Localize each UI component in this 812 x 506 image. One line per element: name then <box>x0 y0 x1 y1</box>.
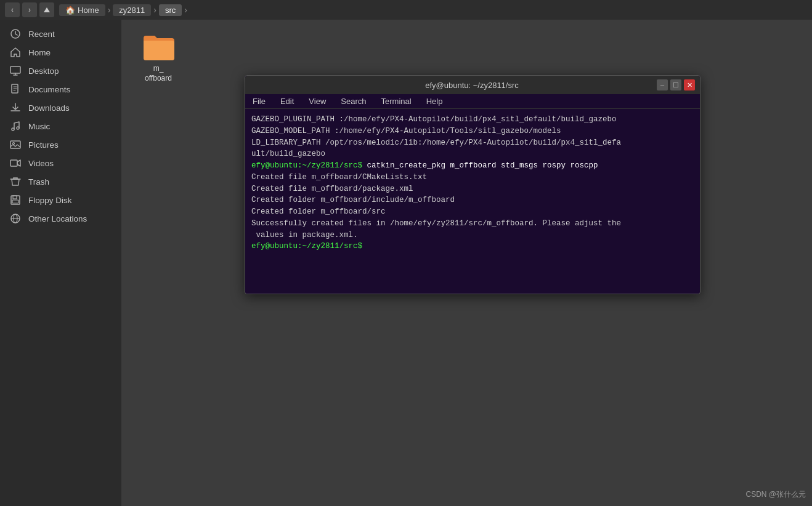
sidebar-label-videos: Videos <box>28 159 54 168</box>
sidebar-label-home: Home <box>28 48 51 57</box>
menu-file[interactable]: File <box>250 95 268 107</box>
menu-terminal[interactable]: Terminal <box>379 95 414 107</box>
desktop-icon <box>10 65 21 76</box>
up-button[interactable] <box>39 2 54 17</box>
menu-view[interactable]: View <box>306 95 328 107</box>
svg-point-3 <box>12 128 14 131</box>
top-bar: ‹ › 🏠Home › zy2811 › src › <box>0 0 812 20</box>
terminal-title: efy@ubuntu: ~/zy2811/src <box>287 81 657 90</box>
recent-icon <box>10 28 21 39</box>
sidebar-label-recent: Recent <box>28 30 55 39</box>
close-button[interactable]: ✕ <box>684 79 695 90</box>
sidebar-label-desktop: Desktop <box>28 66 59 76</box>
home-icon <box>10 47 21 58</box>
svg-rect-10 <box>12 200 18 203</box>
documents-icon <box>10 84 21 95</box>
folder-m-offboard[interactable]: m_ offboard <box>134 32 183 83</box>
sidebar-item-other[interactable]: Other Locations <box>0 209 121 228</box>
sidebar-item-desktop[interactable]: Desktop <box>0 62 121 80</box>
menu-help[interactable]: Help <box>424 95 445 107</box>
menu-edit[interactable]: Edit <box>278 95 296 107</box>
svg-point-4 <box>17 127 19 129</box>
terminal-controls: – ☐ ✕ <box>657 79 695 90</box>
breadcrumb-zy2811[interactable]: zy2811 <box>113 4 151 16</box>
svg-point-6 <box>13 143 15 145</box>
breadcrumb-src[interactable]: src <box>159 4 182 16</box>
pictures-icon <box>10 139 21 150</box>
sidebar: Recent Home Desktop <box>0 20 121 506</box>
sidebar-item-documents[interactable]: Documents <box>0 80 121 98</box>
trash-icon <box>10 176 21 187</box>
folder-label: m_ offboard <box>145 64 172 83</box>
terminal-window: efy@ubuntu: ~/zy2811/src – ☐ ✕ File Edit… <box>245 75 700 294</box>
sidebar-label-music: Music <box>28 122 50 131</box>
sidebar-item-videos[interactable]: Videos <box>0 154 121 172</box>
sidebar-item-downloads[interactable]: Downloads <box>0 98 121 117</box>
menu-search[interactable]: Search <box>338 95 368 107</box>
sidebar-label-other: Other Locations <box>28 214 87 223</box>
folder-icon <box>141 32 176 62</box>
svg-rect-5 <box>10 141 20 148</box>
svg-rect-1 <box>10 66 20 73</box>
downloads-icon <box>10 102 21 113</box>
sidebar-item-music[interactable]: Music <box>0 117 121 135</box>
terminal-menubar: File Edit View Search Terminal Help <box>245 94 700 109</box>
forward-button[interactable]: › <box>22 2 37 17</box>
sidebar-label-pictures: Pictures <box>28 140 59 150</box>
sidebar-label-downloads: Downloads <box>28 103 70 113</box>
other-locations-icon <box>10 213 21 224</box>
terminal-content[interactable]: GAZEBO_PLUGIN_PATH :/home/efy/PX4-Autopi… <box>245 109 700 294</box>
floppy-icon <box>10 195 21 206</box>
sidebar-item-trash[interactable]: Trash <box>0 172 121 191</box>
sidebar-label-trash: Trash <box>28 177 49 187</box>
minimize-button[interactable]: – <box>657 79 668 90</box>
maximize-button[interactable]: ☐ <box>670 79 681 90</box>
svg-rect-7 <box>10 160 17 166</box>
main-area: Recent Home Desktop <box>0 20 812 506</box>
terminal-titlebar: efy@ubuntu: ~/zy2811/src – ☐ ✕ <box>245 76 700 94</box>
sidebar-item-pictures[interactable]: Pictures <box>0 135 121 154</box>
breadcrumb: 🏠Home › zy2811 › src › <box>59 4 187 16</box>
sidebar-item-recent[interactable]: Recent <box>0 25 121 43</box>
music-icon <box>10 121 21 132</box>
back-button[interactable]: ‹ <box>5 2 20 17</box>
sidebar-label-documents: Documents <box>28 85 70 94</box>
sidebar-item-home[interactable]: Home <box>0 43 121 62</box>
file-area: m_ offboard efy@ubuntu: ~/zy2811/src – ☐… <box>121 20 812 506</box>
videos-icon <box>10 158 21 169</box>
watermark: CSDN @张什么元 <box>745 489 806 500</box>
sidebar-item-floppy[interactable]: Floppy Disk <box>0 191 121 209</box>
sidebar-label-floppy: Floppy Disk <box>28 196 72 205</box>
breadcrumb-home[interactable]: 🏠Home <box>59 4 105 16</box>
